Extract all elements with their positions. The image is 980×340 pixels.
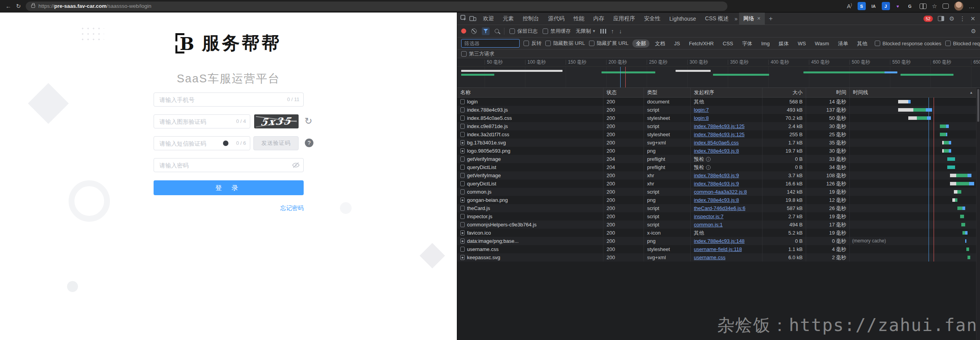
network-conditions-icon[interactable] [600,29,606,34]
invert-checkbox[interactable] [524,41,529,46]
blocked-requests-checkbox[interactable] [945,41,951,46]
initiator-link[interactable]: login:8 [694,115,709,121]
initiator-link[interactable]: index.788e4c93.js:9 [694,173,739,178]
password-visibility-icon[interactable] [292,161,300,171]
network-request-row[interactable]: favicon.ico200x-icon其他5.2 kB19 毫秒 [457,229,976,237]
network-request-row[interactable]: login200document其他568 B14 毫秒 [457,98,976,106]
initiator-link[interactable]: theCard-746d34e6.js:6 [694,205,745,211]
error-count-badge[interactable]: 52 [923,16,933,22]
column-header[interactable]: 时间 [806,88,850,97]
login-button[interactable]: 登 录 [154,180,304,195]
initiator-link[interactable]: index.788e4c93.js:8 [694,197,739,203]
devtools-tab[interactable]: Lighthouse [665,12,701,25]
extension-icon[interactable]: IA [870,2,878,10]
refresh-icon[interactable]: ↻ [16,3,21,9]
initiator-link[interactable]: index.854c0ae5.css [694,140,739,146]
dock-side-icon[interactable] [938,16,944,21]
extension-icon[interactable]: J [882,2,890,10]
network-request-row[interactable]: keepassxc.svg200svg+xmlusername.css6.0 k… [457,253,976,262]
inspect-icon[interactable] [460,15,467,22]
devtools-tab[interactable]: 网络✕ [739,12,765,25]
initiator-link[interactable]: index.788e4c93.js:125 [694,123,745,129]
device-toolbar-icon[interactable] [469,15,476,22]
clear-network-icon[interactable] [471,28,477,34]
filter-pill[interactable]: JS [670,39,683,48]
read-aloud-icon[interactable]: A) [847,3,852,9]
collections-icon[interactable] [943,4,949,9]
profile-avatar[interactable] [954,2,963,11]
export-har-icon[interactable]: ↓ [619,28,622,34]
initiator-link[interactable]: index.788e4c93.js:8 [694,148,739,154]
hide-data-urls-checkbox[interactable] [545,41,551,46]
back-icon[interactable]: ← [5,3,11,9]
devtools-tab[interactable]: 性能 [569,12,589,25]
filter-pill[interactable]: Fetch/XHR [685,39,717,48]
record-network-icon[interactable] [461,28,466,34]
initiator-link[interactable]: common.js:1 [694,222,723,228]
initiator-link[interactable]: username-field.js:118 [694,246,742,252]
more-tabs-icon[interactable]: » [733,16,739,22]
network-request-row[interactable]: username.css200stylesheetusername-field.… [457,245,976,253]
column-header[interactable]: 发起程序 [691,88,762,97]
extension-icon[interactable]: ♥ [894,2,902,10]
column-header[interactable]: 大小 [762,88,806,97]
devtools-tab[interactable]: 内存 [589,12,609,25]
devtools-tab[interactable]: 欢迎 [479,12,498,25]
devtools-tab[interactable]: 控制台 [518,12,543,25]
captcha-image[interactable]: 5x35 [254,114,299,128]
help-icon[interactable]: ? [305,139,313,147]
network-request-row[interactable]: queryDictList204preflight预检i0 B34 毫秒 [457,163,976,171]
initiator-link[interactable]: common-4aa3a322.js:8 [694,189,747,195]
network-request-row[interactable]: getVerifyImage200xhrindex.788e4c93.js:93… [457,171,976,180]
filter-pill[interactable]: Img [758,39,773,48]
devtools-settings-icon[interactable]: ⚙ [949,16,954,21]
network-request-row[interactable]: data:image/png;base...200pngindex.788e4c… [457,237,976,245]
network-overview[interactable]: 50 毫秒100 毫秒150 毫秒200 毫秒250 毫秒300 毫秒350 毫… [457,58,980,88]
filter-toggle-icon[interactable] [482,27,490,35]
captcha-refresh-icon[interactable]: ↻ [304,116,312,126]
network-settings-icon[interactable]: ⚙ [971,28,976,34]
filter-pill[interactable]: 媒体 [775,39,792,48]
devtools-tab[interactable]: 应用程序 [609,12,639,25]
disable-cache-checkbox[interactable] [543,28,548,34]
network-request-row[interactable]: gongan-beian.png200pngindex.788e4c93.js:… [457,196,976,204]
network-request-row[interactable]: index.788e4c93.js200scriptlogin:7493 kB1… [457,106,976,114]
network-request-row[interactable]: queryDictList200xhrindex.788e4c93.js:916… [457,180,976,188]
network-request-row[interactable]: index.c9e871de.js200scriptindex.788e4c93… [457,122,976,130]
import-har-icon[interactable]: ↑ [611,28,614,34]
filter-pill[interactable]: 清单 [835,39,852,48]
filter-pill[interactable]: WS [794,39,809,48]
hide-extension-urls-checkbox[interactable] [589,41,594,46]
scrollbar-thumb[interactable] [977,89,979,122]
new-tab-button[interactable]: + [765,12,776,25]
filter-pill[interactable]: 其他 [854,39,871,48]
devtools-tab[interactable]: 元素 [499,12,518,25]
network-request-row[interactable]: common.js200scriptcommon-4aa3a322.js:814… [457,188,976,196]
initiator-link[interactable]: login:7 [694,107,709,113]
column-header[interactable]: 名称 [457,88,603,97]
filter-pill[interactable]: 字体 [739,39,756,48]
filter-pill[interactable]: 全部 [632,39,649,48]
devtools-scrollbar[interactable] [976,88,980,340]
favorites-icon[interactable]: ☆ [932,3,937,9]
extension-icon[interactable]: S [858,2,866,10]
initiator-link[interactable]: index.788e4c93.js:9 [694,181,739,187]
preserve-log-checkbox[interactable] [509,28,515,34]
network-request-row[interactable]: bg.17b3401e.svg200svg+xmlindex.854c0ae5.… [457,139,976,147]
send-code-button[interactable]: 发送验证码 [253,136,299,150]
search-icon[interactable] [495,29,499,33]
column-header[interactable]: 状态 [603,88,644,97]
initiator-link[interactable]: username.css [694,255,725,260]
address-bar[interactable]: https://pre-saas.fav-car.com/saassso-web… [26,2,727,11]
network-request-row[interactable]: logo.9805e593.png200pngindex.788e4c93.js… [457,147,976,155]
network-request-row[interactable]: inspector.js200scriptinspector.js:72.7 k… [457,212,976,221]
filter-pill[interactable]: CSS [719,39,737,48]
filter-pill[interactable]: Wasm [811,39,832,48]
network-request-row[interactable]: theCard.js200scripttheCard-746d34e6.js:6… [457,204,976,212]
column-header[interactable]: 类型 [644,88,691,97]
forgot-password-link[interactable]: 忘记密码 [154,205,304,212]
network-request-row[interactable]: index.3a2d1f7f.css200stylesheetindex.788… [457,130,976,139]
throttling-select[interactable]: 无限制▾ [576,28,595,35]
network-request-row[interactable]: getVerifyImage204preflight预检i0 B33 毫秒 [457,155,976,163]
initiator-link[interactable]: inspector.js:7 [694,214,724,219]
